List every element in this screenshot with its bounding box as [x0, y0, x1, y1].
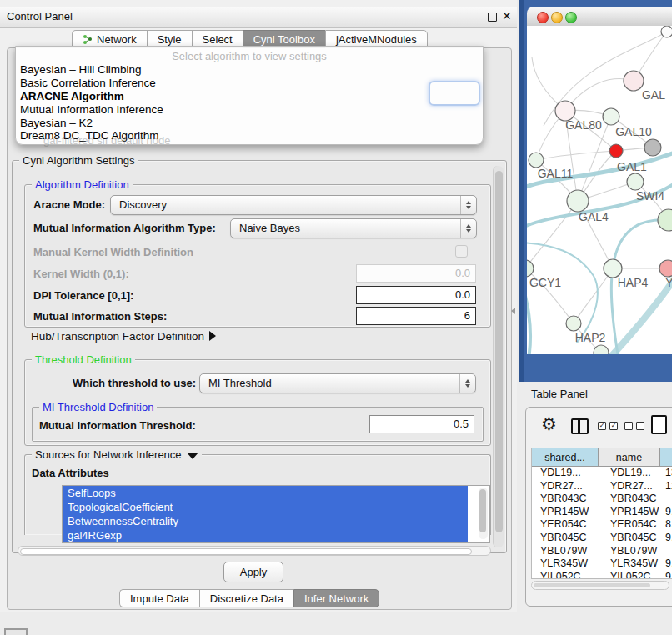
- table-row[interactable]: YER054CYER054C8.: [532, 518, 672, 532]
- minimize-traffic-light[interactable]: [551, 12, 563, 23]
- node-swi4[interactable]: [627, 173, 644, 190]
- node-y[interactable]: [659, 260, 672, 277]
- splitpane-collapse-handle[interactable]: [511, 308, 515, 314]
- export-table-icon[interactable]: [651, 415, 667, 434]
- table-row[interactable]: YBR045CYBR045C9.: [532, 532, 672, 545]
- data-attribute-item[interactable]: SelfLoops: [63, 486, 468, 500]
- node-unlabeled[interactable]: [658, 209, 672, 231]
- table-cell: YBR045C: [532, 532, 599, 545]
- table-column-header[interactable]: A: [660, 448, 672, 467]
- close-traffic-light[interactable]: [537, 12, 549, 23]
- table-hscrollbar-thumb[interactable]: [534, 583, 650, 588]
- node-label: GAL10: [615, 125, 652, 138]
- tab-impute-data[interactable]: Impute Data: [119, 589, 199, 608]
- control-panel-titlebar: Control Panel ✕: [0, 7, 517, 28]
- attr-list-scrollbar[interactable]: [479, 488, 488, 539]
- table-column-header[interactable]: shared...: [532, 448, 599, 467]
- node-gal1[interactable]: [609, 144, 623, 158]
- manual-kernel-checkbox[interactable]: [455, 245, 468, 258]
- kernel-width-field[interactable]: 0.0: [356, 264, 476, 282]
- tab-infer-network[interactable]: Infer Network: [293, 589, 379, 608]
- network-view-window: GALGAL80GAL10GAL1GAL11SWI4GAL4GCY1HAP4YH…: [527, 7, 672, 354]
- network-window-titlebar[interactable]: [527, 7, 672, 27]
- tab-discretize-data[interactable]: Discretize Data: [199, 589, 293, 608]
- node-label: GAL11: [538, 167, 574, 180]
- cyni-bottom-tabs: Impute DataDiscretize DataInfer Network: [119, 589, 379, 608]
- mi-type-combo[interactable]: Naive Bayes: [230, 218, 477, 238]
- table-row[interactable]: YPR145WYPR145W9.: [532, 506, 672, 519]
- table-cell: YBL079W: [599, 545, 660, 558]
- deselect-all-columns-icon[interactable]: [624, 422, 644, 430]
- algorithm-option[interactable]: ARACNE Algorithm: [18, 90, 481, 103]
- minimized-panel-icon[interactable]: [4, 628, 28, 635]
- table-cell: YBR045C: [599, 532, 660, 545]
- attr-list-scrollbar-thumb[interactable]: [479, 489, 486, 532]
- mi-steps-label: Mutual Information Steps:: [33, 310, 167, 322]
- table-cell: YPR145W: [532, 506, 599, 519]
- network-canvas[interactable]: GALGAL80GAL10GAL1GAL11SWI4GAL4GCY1HAP4YH…: [527, 26, 672, 354]
- threshold-definition-group: Threshold Definition Which threshold to …: [24, 359, 491, 446]
- table-hscrollbar[interactable]: [531, 581, 669, 590]
- which-threshold-combo[interactable]: MI Threshold: [199, 373, 476, 393]
- node-gal10[interactable]: [603, 108, 619, 125]
- table-cell: YER054C: [532, 518, 599, 532]
- settings-hscrollbar[interactable]: [18, 546, 491, 556]
- aracne-mode-combo[interactable]: Discovery: [110, 195, 477, 215]
- node-unlabeled[interactable]: [661, 26, 672, 38]
- gear-icon[interactable]: ⚙: [541, 414, 557, 434]
- data-attribute-item[interactable]: TopologicalCoefficient: [63, 500, 468, 514]
- node-hap4[interactable]: [604, 259, 622, 278]
- table-column-header[interactable]: name: [599, 448, 660, 467]
- table-cell: 9: [660, 571, 672, 579]
- table-row[interactable]: YDL19...YDL19...13: [532, 467, 672, 480]
- collapse-down-icon: [187, 452, 198, 459]
- aracne-mode-value: Discovery: [119, 198, 167, 211]
- data-attribute-item[interactable]: gal4RGexp: [63, 528, 468, 542]
- node-label: HAP2: [575, 331, 606, 344]
- node-unlabeled[interactable]: [644, 139, 661, 156]
- sources-group: Sources for Network Inference Data Attri…: [24, 454, 491, 535]
- mi-threshold-label: Mutual Information Threshold:: [39, 419, 196, 432]
- algorithm-option[interactable]: Basic Correlation Inference: [18, 77, 481, 90]
- checked-box-icon: ✓: [609, 422, 618, 430]
- zoom-traffic-light[interactable]: [565, 12, 577, 23]
- table-row[interactable]: YBR043CYBR043C: [532, 492, 672, 506]
- table-row[interactable]: YLR345WYLR345W9.: [532, 558, 672, 571]
- manual-kernel-label: Manual Kernel Width Definition: [33, 246, 193, 258]
- node-gal[interactable]: [624, 71, 644, 91]
- apply-button[interactable]: Apply: [223, 562, 283, 582]
- settings-scrollbar-thumb[interactable]: [495, 171, 503, 532]
- data-attribute-item[interactable]: BetweennessCentrality: [63, 514, 468, 528]
- algorithm-option[interactable]: Bayesian – K2: [18, 117, 481, 130]
- settings-scrollbar[interactable]: [493, 166, 504, 548]
- mi-type-label: Mutual Information Algorithm Type:: [33, 222, 216, 234]
- select-all-columns-icon[interactable]: ✓ ✓: [598, 422, 618, 430]
- settings-hscrollbar-thumb[interactable]: [20, 548, 472, 555]
- node-hap2[interactable]: [566, 316, 581, 331]
- close-icon[interactable]: ✕: [502, 9, 512, 22]
- data-attributes-label: Data Attributes: [32, 467, 109, 479]
- table-row[interactable]: YIL052CYIL052C9: [532, 571, 672, 579]
- settings-group-title: Cyni Algorithm Settings: [19, 154, 138, 167]
- float-window-icon[interactable]: [488, 12, 497, 22]
- table-row[interactable]: YDR27...YDR27...12: [532, 480, 672, 493]
- hub-definition-toggle[interactable]: Hub/Transcription Factor Definition: [31, 330, 216, 342]
- sources-group-title[interactable]: Sources for Network Inference: [32, 448, 202, 461]
- dpi-tolerance-label: DPI Tolerance [0,1]:: [33, 289, 133, 302]
- node-gal4[interactable]: [567, 190, 589, 212]
- node-unlabeled[interactable]: [594, 345, 609, 354]
- node-gal11[interactable]: [529, 152, 544, 168]
- table-cell: YIL052C: [532, 571, 599, 579]
- table-cell: [660, 492, 672, 506]
- table-cell: YDR27...: [532, 480, 599, 493]
- table-cell: 9.: [660, 532, 672, 545]
- mi-threshold-field[interactable]: 0.5: [369, 415, 474, 433]
- mi-steps-field[interactable]: 6: [356, 307, 476, 325]
- table-row[interactable]: YBL079WYBL079W: [532, 545, 672, 558]
- algorithm-option[interactable]: Bayesian – Hill Climbing: [18, 63, 481, 77]
- columns-icon[interactable]: [571, 418, 589, 434]
- node-gcy1[interactable]: [527, 260, 534, 277]
- network-edges-highlighted: [527, 151, 672, 354]
- dpi-tolerance-field[interactable]: 0.0: [356, 286, 476, 304]
- algorithm-option[interactable]: Mutual Information Inference: [18, 103, 481, 117]
